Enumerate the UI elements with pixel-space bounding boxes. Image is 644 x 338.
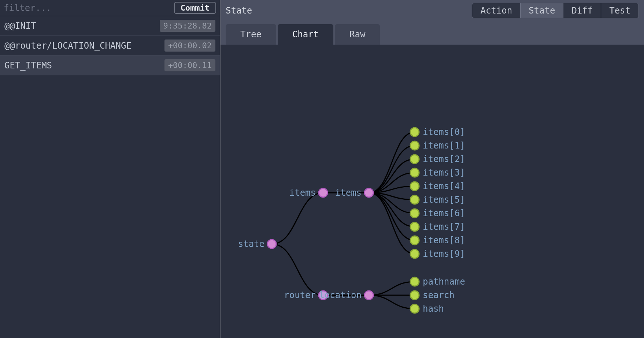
node-items-6[interactable] bbox=[410, 209, 419, 218]
action-row[interactable]: GET_ITEMS+00:00.11 bbox=[0, 56, 220, 75]
subtab-chart[interactable]: Chart bbox=[278, 24, 333, 45]
subtab-raw[interactable]: Raw bbox=[335, 24, 380, 45]
action-name: @@router/LOCATION_CHANGE bbox=[4, 41, 132, 51]
action-list: @@INIT9:35:28.82@@router/LOCATION_CHANGE… bbox=[0, 16, 220, 338]
node-items-0[interactable] bbox=[410, 128, 419, 136]
action-log-panel: Commit @@INIT9:35:28.82@@router/LOCATION… bbox=[0, 0, 221, 338]
node-items-inner-label: items bbox=[335, 188, 362, 198]
node-location-pathname[interactable] bbox=[410, 277, 419, 286]
node-location-search[interactable] bbox=[410, 291, 419, 300]
node-items-4-label: items[4] bbox=[423, 181, 465, 191]
node-items-9-label: items[9] bbox=[423, 249, 465, 259]
tab-diff[interactable]: Diff bbox=[563, 3, 601, 18]
node-items-7-label: items[7] bbox=[423, 222, 465, 232]
node-location-hash[interactable] bbox=[410, 304, 419, 313]
node-location-hash-label: hash bbox=[423, 304, 444, 314]
node-items-5[interactable] bbox=[410, 195, 419, 204]
action-time: +00:00.02 bbox=[164, 40, 215, 52]
node-items-inner[interactable] bbox=[364, 188, 373, 197]
state-chart-area[interactable]: stateitemsitemsrouterlocationitems[0]ite… bbox=[221, 45, 644, 338]
node-items-2-label: items[2] bbox=[423, 154, 465, 164]
filter-bar: Commit bbox=[0, 0, 220, 16]
node-location-label: location bbox=[319, 290, 362, 300]
node-items-4[interactable] bbox=[410, 182, 419, 191]
subtab-tree[interactable]: Tree bbox=[226, 24, 276, 45]
node-items-9[interactable] bbox=[410, 249, 419, 258]
node-location-search-label: search bbox=[423, 290, 455, 300]
action-row[interactable]: @@router/LOCATION_CHANGE+00:00.02 bbox=[0, 36, 220, 56]
node-items-6-label: items[6] bbox=[423, 208, 465, 218]
filter-input[interactable] bbox=[4, 3, 174, 13]
commit-button[interactable]: Commit bbox=[174, 2, 216, 14]
tab-state[interactable]: State bbox=[521, 3, 563, 18]
node-items-8-label: items[8] bbox=[423, 235, 465, 245]
action-name: GET_ITEMS bbox=[4, 60, 52, 71]
inspector-mode-tabs: ActionStateDiffTest bbox=[472, 3, 639, 18]
node-items-3-label: items[3] bbox=[423, 168, 465, 178]
node-items-label: items bbox=[289, 188, 316, 198]
action-name: @@INIT bbox=[4, 21, 36, 31]
node-items[interactable] bbox=[319, 188, 327, 197]
node-items-2[interactable] bbox=[410, 155, 419, 164]
node-state[interactable] bbox=[267, 240, 276, 248]
node-items-3[interactable] bbox=[410, 168, 419, 177]
inspector-title: State bbox=[226, 5, 252, 16]
node-items-8[interactable] bbox=[410, 236, 419, 245]
node-location-pathname-label: pathname bbox=[423, 277, 465, 287]
node-items-7[interactable] bbox=[410, 222, 419, 231]
inspector-panel: State ActionStateDiffTest TreeChartRaw s… bbox=[221, 0, 644, 338]
node-items-1[interactable] bbox=[410, 141, 419, 150]
node-location[interactable] bbox=[364, 291, 373, 300]
tab-test[interactable]: Test bbox=[601, 3, 639, 18]
inspector-subtabs: TreeChartRaw bbox=[221, 21, 644, 45]
node-state-label: state bbox=[238, 239, 264, 249]
action-row[interactable]: @@INIT9:35:28.82 bbox=[0, 16, 220, 36]
state-tree-chart[interactable]: stateitemsitemsrouterlocationitems[0]ite… bbox=[221, 45, 644, 338]
node-items-0-label: items[0] bbox=[423, 127, 465, 137]
tab-action[interactable]: Action bbox=[472, 3, 521, 18]
action-time: +00:00.11 bbox=[164, 59, 215, 71]
node-items-5-label: items[5] bbox=[423, 195, 465, 205]
node-router-label: router bbox=[284, 290, 316, 300]
node-items-1-label: items[1] bbox=[423, 140, 465, 151]
inspector-header: State ActionStateDiffTest bbox=[221, 0, 644, 21]
action-time: 9:35:28.82 bbox=[160, 20, 215, 32]
